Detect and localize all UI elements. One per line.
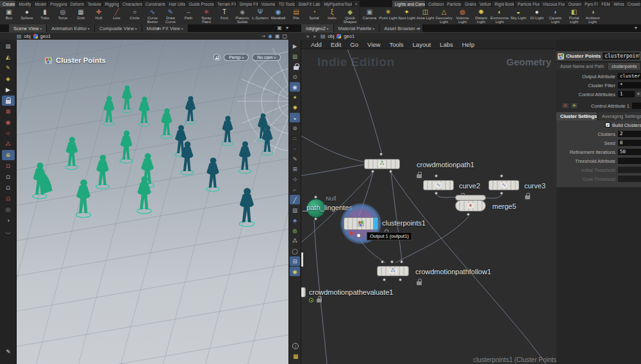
node-input-dot[interactable] — [400, 260, 403, 263]
helix-tool[interactable]: ξ Helix — [323, 7, 341, 24]
select-geometry-icon[interactable]: ⊠ — [2, 106, 15, 117]
snap-magnet-multi-icon[interactable]: Ω — [2, 161, 15, 171]
param-field[interactable]: 2 — [618, 131, 641, 137]
misc-display-icon[interactable]: ◎ — [2, 204, 15, 215]
perspective-view-icon[interactable]: ◉ — [290, 82, 300, 92]
view-tool-icon[interactable]: ◭ — [2, 52, 15, 62]
tube-tool[interactable]: ▮ Tube — [36, 7, 54, 24]
shelf-tab[interactable]: Wires — [611, 1, 624, 7]
caustic-light-tool[interactable]: ◗ Caustic Light — [546, 7, 565, 24]
shelf-tab[interactable]: Particle Fluids — [515, 1, 540, 7]
misc-shade-icon[interactable]: ◑ — [2, 215, 15, 226]
shelf-tab[interactable]: Oceans — [565, 1, 582, 7]
jack-handle-icon[interactable]: ⊙ — [290, 72, 300, 81]
character-pick-icon[interactable]: ⁂ — [2, 139, 15, 149]
crowd-agent[interactable] — [76, 179, 90, 217]
group-select-icon[interactable]: ⊞ — [290, 164, 300, 174]
node-crowdmotionpath1[interactable]: ⁂ — [364, 159, 400, 169]
crowd-agent[interactable] — [206, 158, 220, 192]
diamond-toggle-icon[interactable]: ◈ — [290, 215, 300, 225]
node-curve3[interactable]: ∿ — [488, 180, 519, 190]
annotate-icon[interactable]: ✎ — [2, 347, 15, 357]
shelf-tab[interactable]: Characters — [120, 1, 143, 7]
shade-mode-icon[interactable]: ◒ — [290, 113, 300, 122]
snap-primitive-icon[interactable]: Ω — [2, 194, 15, 204]
node-list-icon[interactable]: ▤ — [320, 33, 326, 39]
lock-camera-icon[interactable] — [290, 62, 300, 71]
cubes-icon[interactable]: ▣ — [275, 33, 280, 39]
light-toggle-icon[interactable]: ✺ — [290, 103, 300, 112]
node-input-dot[interactable] — [390, 260, 394, 263]
crowd-agent[interactable] — [239, 188, 254, 226]
draw-curve-tool[interactable]: ✎ Draw Curve — [162, 7, 179, 24]
globe-icon[interactable]: ◉ — [268, 33, 272, 39]
shelf-tab[interactable]: + — [353, 1, 360, 7]
paint-select-icon[interactable]: ✎ — [2, 63, 15, 73]
circle-button-icon[interactable]: ◯ — [290, 246, 300, 256]
node-input-dot[interactable] — [379, 153, 383, 156]
pane-options-icon[interactable]: ▣ ▾ — [277, 25, 290, 31]
select-tool-icon[interactable]: ▶ — [2, 85, 15, 95]
shelf-tab[interactable]: FEM — [599, 1, 611, 7]
node-output-dot[interactable] — [383, 278, 386, 281]
shelf-tab[interactable]: Polygons — [47, 1, 67, 7]
agent-display-icon[interactable]: ⁂ — [290, 236, 300, 245]
crowd-agent[interactable] — [103, 96, 115, 126]
point-light-tool[interactable]: ✳ Point Light — [379, 7, 397, 24]
spray-paint-tool[interactable]: ✳ Spray Paint — [197, 7, 215, 24]
scene-materials-icon[interactable]: ▧ — [290, 51, 300, 61]
sphere-tool[interactable]: ● Sphere — [18, 7, 36, 24]
path-node[interactable]: geo1 — [40, 33, 51, 39]
shelf-tab[interactable]: Lights and Cameras — [392, 1, 426, 7]
crowd-agent[interactable] — [65, 137, 78, 170]
platonic-solids-tool[interactable]: ◈ Platonic Solids — [233, 7, 251, 24]
shelf-tab[interactable]: Rigid Bodies — [492, 1, 515, 7]
snapshot-icon[interactable]: ▢ — [282, 33, 287, 39]
shelf-tab[interactable]: Simple FX — [237, 1, 258, 7]
node-crowdmotionpathevaluate1[interactable] — [301, 287, 306, 297]
node-list-icon[interactable]: ▤ — [17, 33, 22, 39]
network-editor[interactable]: AddEditGoViewToolsLayoutLabsHelp Indie E… — [301, 40, 556, 364]
shelf-tab[interactable]: Constraints — [143, 1, 167, 7]
viewport-lock-icon[interactable] — [213, 54, 221, 61]
volume-light-tool[interactable]: ◍ Volume Light — [453, 7, 472, 24]
node-clusterpoints1[interactable] — [344, 217, 378, 230]
insert-instance-button[interactable]: ✳ — [570, 103, 578, 109]
transform-handle-icon[interactable]: ⊹ — [290, 174, 300, 184]
snap-grid-icon[interactable]: Ω — [2, 172, 15, 182]
lasso-select-icon[interactable]: ◈ — [2, 74, 15, 84]
pose-tool-icon[interactable]: ⊹ — [2, 128, 15, 138]
scene-viewport[interactable]: Cluster Points Persp ▾ No cam ▾ — [17, 40, 288, 364]
node-curve2[interactable]: ∿ — [423, 180, 454, 190]
corner-pin-icon[interactable]: ⌐ — [290, 185, 300, 194]
crowd-agent[interactable] — [161, 108, 172, 138]
path-root[interactable]: obj — [24, 33, 31, 39]
node-merge5[interactable]: ∗ — [455, 200, 486, 211]
pane-tab[interactable]: Composite View — [95, 24, 142, 32]
spiral-tool[interactable]: ◔ Spiral — [305, 7, 323, 24]
shelf-tab[interactable]: Create — [0, 1, 16, 7]
l-system-tool[interactable]: Ψ L-System — [251, 7, 269, 24]
shelf-tab[interactable]: Modify — [16, 1, 32, 7]
slash-tool-icon[interactable]: ╱ — [290, 195, 300, 204]
nav-forward-icon[interactable]: ► — [313, 34, 318, 38]
area-light-tool[interactable]: ◫ Area Light — [416, 7, 435, 24]
lightbulb-toggle-icon[interactable]: ◉ — [290, 267, 300, 276]
shelf-tab[interactable]: Collisions — [426, 1, 445, 7]
path-root[interactable]: obj — [328, 33, 334, 39]
add-pane-tab-button[interactable]: + — [413, 25, 424, 32]
shelf-tab[interactable]: TD Tools — [276, 1, 296, 7]
pane-tab[interactable]: Animation Editor — [47, 24, 95, 32]
shelf-tab[interactable]: Volume — [259, 1, 276, 7]
node-output-dot[interactable] — [399, 278, 402, 281]
curve-bezier-tool[interactable]: ∿ Curve Bezier — [144, 7, 162, 24]
torus-tool[interactable]: ◎ Torus — [54, 7, 72, 24]
line-tool[interactable]: ╱ Line — [108, 7, 126, 24]
node-output-dot[interactable] — [314, 217, 317, 220]
shelf-tab[interactable]: Texture — [85, 1, 103, 7]
tab-cluster-settings[interactable]: Cluster Settings — [556, 112, 597, 120]
shelf-tab[interactable]: Particles — [445, 1, 462, 7]
shelf-tab[interactable]: Terrain FX — [215, 1, 237, 7]
pane-layout-icon[interactable]: ▦ — [2, 41, 15, 51]
param-field[interactable]: 50 — [618, 149, 641, 155]
